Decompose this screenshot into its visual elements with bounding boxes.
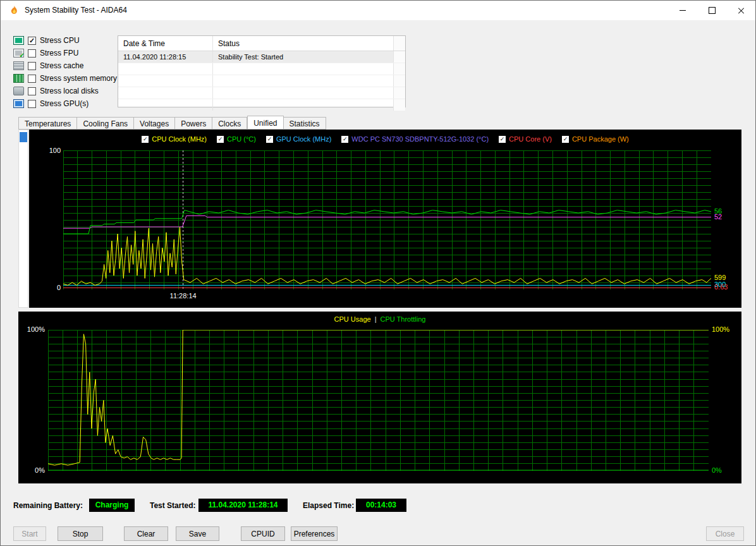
log-row-empty bbox=[118, 99, 405, 111]
legend-label: CPU Clock (MHz) bbox=[152, 135, 207, 143]
log-datetime: 11.04.2020 11:28:15 bbox=[118, 51, 213, 63]
stress-options: Stress CPUStress FPUStress cacheStress s… bbox=[13, 34, 116, 110]
log-status: Stability Test: Started bbox=[213, 51, 393, 63]
y-axis-top-label: 100 bbox=[44, 147, 61, 154]
usage-y-bottom-left: 0% bbox=[25, 466, 45, 474]
test-started-value: 11.04.2020 11:28:14 bbox=[198, 499, 288, 512]
preferences-button[interactable]: Preferences bbox=[291, 526, 338, 541]
elapsed-time-label: Elapsed Time: bbox=[303, 499, 354, 513]
stress-option[interactable]: Stress GPU(s) bbox=[13, 97, 116, 110]
minimize-button[interactable] bbox=[668, 1, 697, 20]
legend-label: CPU (°C) bbox=[227, 135, 256, 143]
unified-graph: ✓CPU Clock (MHz)✓CPU (°C)✓GPU Clock (MHz… bbox=[29, 130, 741, 308]
graph-scrollbar[interactable] bbox=[18, 130, 28, 308]
legend-item[interactable]: ✓WDC PC SN730 SDBPNTY-512G-1032 (°C) bbox=[341, 135, 489, 143]
memory-icon bbox=[13, 74, 24, 83]
maximize-button[interactable] bbox=[697, 1, 726, 20]
close-button[interactable] bbox=[726, 1, 755, 20]
close-icon bbox=[738, 7, 745, 14]
legend-item[interactable]: ✓CPU Package (W) bbox=[562, 135, 629, 143]
unified-chart-svg bbox=[63, 150, 711, 289]
time-axis-label: 11:28:14 bbox=[170, 292, 197, 300]
window-title: System Stability Test - AIDA64 bbox=[25, 1, 127, 20]
tab-bar: TemperaturesCooling FansVoltagesPowersCl… bbox=[18, 116, 326, 130]
usage-y-bottom-right: 0% bbox=[712, 466, 722, 474]
log-table[interactable]: Date & Time Status 11.04.2020 11:28:15 S… bbox=[118, 35, 406, 107]
window-controls bbox=[668, 1, 755, 20]
usage-chart-svg bbox=[48, 330, 709, 471]
log-table-header: Date & Time Status bbox=[118, 36, 405, 51]
stress-option[interactable]: Stress local disks bbox=[13, 85, 116, 97]
checkbox-icon[interactable]: ✓ bbox=[341, 136, 348, 143]
tab-unified[interactable]: Unified bbox=[247, 116, 283, 130]
column-header-spacer bbox=[393, 36, 405, 51]
button-row: StartStopClearSaveCPUIDPreferencesClose bbox=[1, 526, 755, 542]
app-window: System Stability Test - AIDA64 Stress CP… bbox=[0, 0, 756, 546]
stress-label: Stress GPU(s) bbox=[40, 99, 88, 108]
stress-option[interactable]: Stress FPU bbox=[13, 47, 116, 59]
legend-label: CPU Package (W) bbox=[572, 135, 629, 143]
legend-item[interactable]: ✓GPU Clock (MHz) bbox=[266, 135, 331, 143]
stress-checkbox[interactable] bbox=[28, 49, 36, 58]
battery-status-value: Charging bbox=[89, 499, 135, 512]
legend-label: WDC PC SN730 SDBPNTY-512G-1032 (°C) bbox=[351, 135, 489, 143]
stress-option[interactable]: Stress CPU bbox=[13, 34, 116, 47]
tab-statistics[interactable]: Statistics bbox=[284, 117, 326, 130]
minimize-icon bbox=[680, 10, 686, 11]
checkbox-icon[interactable]: ✓ bbox=[499, 136, 506, 143]
checkbox-icon[interactable]: ✓ bbox=[142, 136, 149, 143]
stress-checkbox[interactable] bbox=[28, 100, 36, 108]
fpu-icon bbox=[13, 49, 24, 58]
title-separator: | bbox=[375, 315, 377, 323]
clear-button[interactable]: Clear bbox=[124, 526, 168, 541]
save-button[interactable]: Save bbox=[176, 526, 219, 541]
usage-y-top-left: 100% bbox=[25, 325, 45, 333]
stress-checkbox[interactable] bbox=[28, 87, 36, 95]
stress-option[interactable]: Stress system memory bbox=[13, 72, 116, 85]
stress-option[interactable]: Stress cache bbox=[13, 59, 116, 72]
gpu-icon bbox=[13, 99, 24, 108]
elapsed-time-value: 00:14:03 bbox=[356, 499, 406, 512]
status-bar: Remaining Battery: Charging Test Started… bbox=[1, 499, 755, 513]
log-row-empty bbox=[118, 75, 405, 87]
current-value: 0.63 bbox=[714, 283, 728, 291]
tab-cooling-fans[interactable]: Cooling Fans bbox=[77, 117, 134, 130]
stress-checkbox[interactable] bbox=[28, 37, 36, 45]
stress-label: Stress local disks bbox=[40, 87, 99, 95]
cache-icon bbox=[13, 61, 24, 70]
checkbox-icon[interactable]: ✓ bbox=[562, 136, 569, 143]
stress-checkbox[interactable] bbox=[28, 75, 36, 83]
cpu-throttling-title: CPU Throttling bbox=[381, 315, 426, 323]
disk-icon bbox=[13, 87, 24, 95]
usage-graph: CPU Usage|CPU Throttling 100% 0% 100% 0% bbox=[18, 312, 741, 483]
legend-item[interactable]: ✓CPU Core (V) bbox=[499, 135, 552, 143]
tab-clocks[interactable]: Clocks bbox=[212, 117, 247, 130]
usage-y-top-right: 100% bbox=[712, 325, 729, 333]
log-row-empty bbox=[118, 63, 405, 75]
current-value: 56 bbox=[714, 207, 722, 215]
column-header-datetime[interactable]: Date & Time bbox=[118, 36, 213, 51]
test-started-label: Test Started: bbox=[150, 499, 195, 513]
stress-label: Stress FPU bbox=[40, 49, 78, 58]
cpuid-button[interactable]: CPUID bbox=[241, 526, 285, 541]
legend-item[interactable]: ✓CPU Clock (MHz) bbox=[142, 135, 207, 143]
legend-label: CPU Core (V) bbox=[509, 135, 552, 143]
start-button: Start bbox=[13, 526, 46, 541]
column-header-status[interactable]: Status bbox=[213, 36, 393, 51]
stress-label: Stress system memory bbox=[40, 74, 117, 83]
scrollbar-thumb[interactable] bbox=[20, 132, 27, 142]
usage-chart-title: CPU Usage|CPU Throttling bbox=[18, 315, 741, 323]
checkbox-icon[interactable]: ✓ bbox=[217, 136, 224, 143]
stress-checkbox[interactable] bbox=[28, 62, 36, 70]
legend-item[interactable]: ✓CPU (°C) bbox=[217, 135, 256, 143]
y-axis-bottom-label: 0 bbox=[44, 284, 61, 291]
tab-voltages[interactable]: Voltages bbox=[134, 117, 175, 130]
tab-powers[interactable]: Powers bbox=[175, 117, 212, 130]
close-button: Close bbox=[706, 526, 744, 541]
legend-label: GPU Clock (MHz) bbox=[276, 135, 331, 143]
log-row-empty bbox=[118, 87, 405, 99]
tab-temperatures[interactable]: Temperatures bbox=[18, 117, 77, 130]
log-row[interactable]: 11.04.2020 11:28:15 Stability Test: Star… bbox=[118, 51, 405, 63]
checkbox-icon[interactable]: ✓ bbox=[266, 136, 273, 143]
stop-button[interactable]: Stop bbox=[58, 526, 103, 541]
